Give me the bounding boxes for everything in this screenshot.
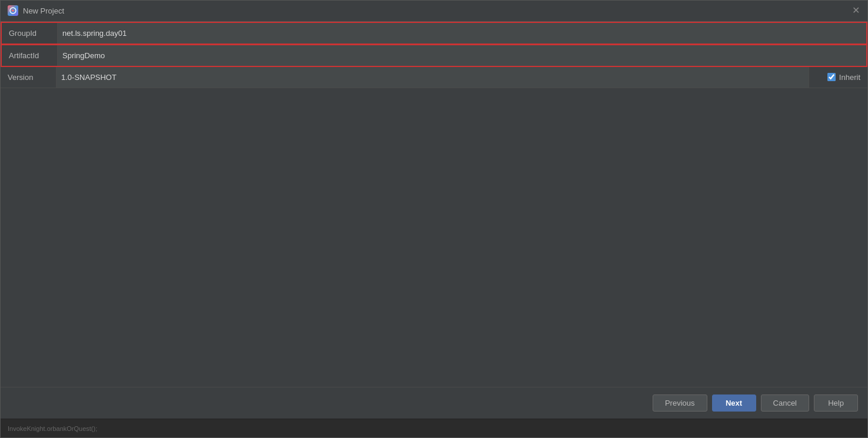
app-icon [8,5,18,16]
empty-area [1,88,867,387]
new-project-dialog: New Project ✕ GroupId ArtifactId [0,0,868,438]
version-input-cell [56,67,809,88]
bottom-bar: InvokeKnight.orbankOrQuest(); [1,419,867,437]
title-bar-left: New Project [8,5,64,16]
title-bar: New Project ✕ [1,1,867,22]
cancel-button[interactable]: Cancel [761,394,809,412]
artifactid-label: ArtifactId [2,45,58,66]
form-section: GroupId ArtifactId Version [1,22,867,88]
version-inherit-checkbox[interactable] [827,73,836,81]
version-row: Version Inherit [1,67,867,88]
help-button[interactable]: Help [814,394,858,412]
version-label: Version [1,67,56,88]
footer: Previous Next Cancel Help [1,387,867,419]
main-content: GroupId ArtifactId Version [1,22,867,419]
artifactid-input[interactable] [58,45,866,66]
groupid-row: GroupId [1,22,867,45]
version-inherit-label[interactable]: Inherit [839,73,860,82]
next-button[interactable]: Next [712,394,756,412]
groupid-input[interactable] [58,23,866,44]
groupid-label: GroupId [2,23,58,44]
groupid-input-cell [58,23,866,44]
status-text: InvokeKnight.orbankOrQuest(); [8,425,97,432]
artifactid-input-cell [58,45,866,66]
previous-button[interactable]: Previous [653,394,707,412]
close-button[interactable]: ✕ [851,6,860,15]
version-input[interactable] [56,67,809,88]
artifactid-row: ArtifactId [1,44,867,67]
version-inherit-cell: Inherit [809,67,867,88]
dialog-title: New Project [23,6,64,15]
